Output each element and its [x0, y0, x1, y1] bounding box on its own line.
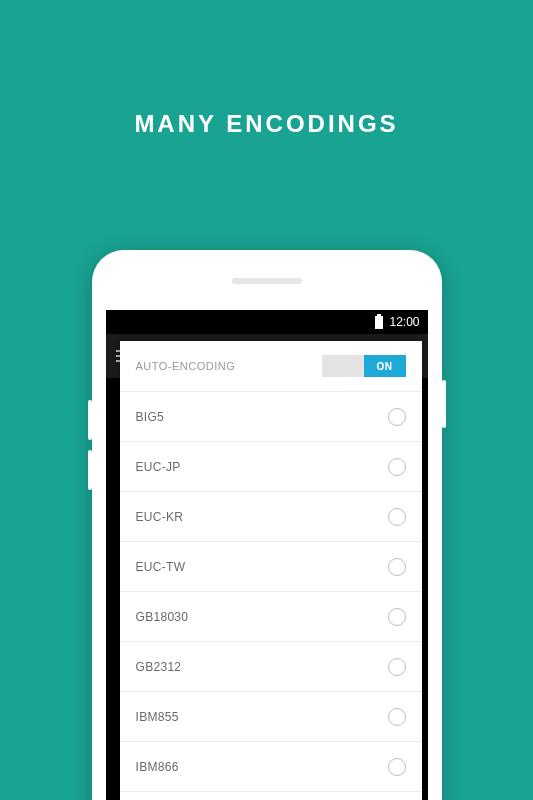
list-item[interactable]: IBM855: [120, 692, 422, 742]
list-item-label: GB2312: [136, 660, 182, 674]
headline: MANY ENCODINGS: [0, 0, 533, 138]
encoding-list: BIG5 EUC-JP EUC-KR EUC-TW GB18030: [120, 392, 422, 792]
list-item-label: EUC-TW: [136, 560, 186, 574]
toggle-off-track: [322, 355, 364, 377]
radio-icon[interactable]: [388, 608, 406, 626]
phone-volume-up: [88, 400, 92, 440]
list-item-label: EUC-KR: [136, 510, 184, 524]
toggle-on-label: ON: [364, 355, 406, 377]
status-time: 12:00: [389, 315, 419, 329]
radio-icon[interactable]: [388, 658, 406, 676]
list-item[interactable]: EUC-JP: [120, 442, 422, 492]
phone-frame: 12:00 lo AUTO-ENCODING ON BIG5: [92, 250, 442, 800]
phone-screen: 12:00 lo AUTO-ENCODING ON BIG5: [106, 310, 428, 800]
encoding-dialog: AUTO-ENCODING ON BIG5 EUC-JP EUC-KR: [120, 341, 422, 800]
radio-icon[interactable]: [388, 408, 406, 426]
phone-volume-down: [88, 450, 92, 490]
radio-icon[interactable]: [388, 758, 406, 776]
phone-power-button: [442, 380, 446, 428]
list-item[interactable]: IBM866: [120, 742, 422, 792]
radio-icon[interactable]: [388, 558, 406, 576]
list-item[interactable]: GB18030: [120, 592, 422, 642]
list-item[interactable]: GB2312: [120, 642, 422, 692]
auto-encoding-toggle[interactable]: ON: [322, 355, 406, 377]
list-item[interactable]: EUC-KR: [120, 492, 422, 542]
radio-icon[interactable]: [388, 708, 406, 726]
dialog-header: AUTO-ENCODING ON: [120, 341, 422, 392]
dialog-title: AUTO-ENCODING: [136, 360, 236, 372]
radio-icon[interactable]: [388, 508, 406, 526]
list-item[interactable]: EUC-TW: [120, 542, 422, 592]
list-item[interactable]: BIG5: [120, 392, 422, 442]
status-bar: 12:00: [106, 310, 428, 334]
list-item-label: IBM866: [136, 760, 179, 774]
list-item-label: GB18030: [136, 610, 189, 624]
list-item-label: IBM855: [136, 710, 179, 724]
battery-icon: [375, 316, 383, 329]
list-item-label: BIG5: [136, 410, 165, 424]
phone-speaker: [232, 278, 302, 284]
radio-icon[interactable]: [388, 458, 406, 476]
list-item-label: EUC-JP: [136, 460, 181, 474]
